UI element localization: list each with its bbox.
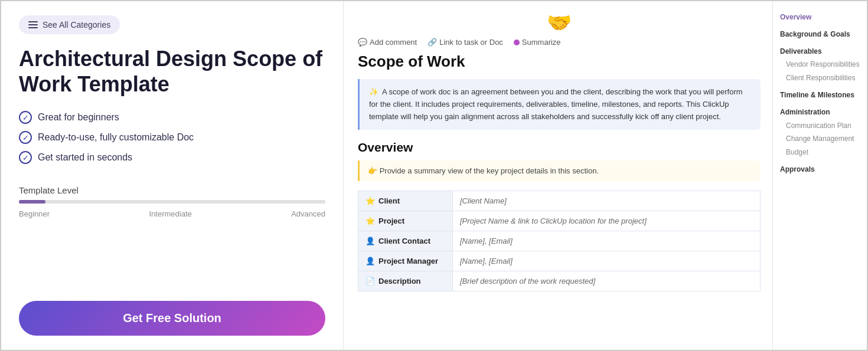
- sparkle-icon: ✨: [369, 87, 378, 96]
- feature-item-3: ✓ Get started in seconds: [19, 151, 325, 164]
- left-panel: See All Categories Architectural Design …: [1, 1, 344, 350]
- table-cell-label-description: 📄Description: [358, 271, 453, 291]
- level-advanced: Advanced: [291, 209, 325, 218]
- hamburger-icon: [28, 21, 38, 28]
- feature-label-1: Great for beginners: [38, 112, 119, 123]
- table-cell-label-project-manager: 👤Project Manager: [358, 251, 453, 271]
- table-cell-value-description: [Brief description of the work requested…: [453, 271, 761, 291]
- link-task-label: Link to task or Doc: [439, 38, 503, 47]
- pointer-icon: 👉: [368, 166, 380, 175]
- overview-table: ⭐Client [Client Name] ⭐Project [Project …: [358, 191, 761, 291]
- table-cell-label-client: ⭐Client: [358, 191, 453, 211]
- features-list: ✓ Great for beginners ✓ Ready-to-use, fu…: [19, 111, 325, 171]
- sidebar-nav-deliverables[interactable]: Deliverables: [780, 45, 860, 58]
- level-intermediate: Intermediate: [149, 209, 191, 218]
- feature-item-2: ✓ Ready-to-use, fully customizable Doc: [19, 131, 325, 144]
- sidebar-nav-background-goals[interactable]: Background & Goals: [780, 28, 860, 41]
- add-comment-btn[interactable]: 💬 Add comment: [358, 38, 417, 47]
- table-cell-label-project: ⭐Project: [358, 211, 453, 231]
- sidebar-nav-budget[interactable]: Budget: [780, 146, 860, 159]
- client-contact-icon: 👤: [366, 237, 375, 245]
- feature-label-3: Get started in seconds: [38, 152, 132, 163]
- see-all-label: See All Categories: [43, 20, 110, 29]
- sidebar-nav-approvals[interactable]: Approvals: [780, 163, 860, 176]
- sidebar-nav-communication-plan[interactable]: Communication Plan: [780, 119, 860, 133]
- level-bar-track: [19, 200, 325, 204]
- table-cell-value-project: [Project Name & link to ClickUp location…: [453, 211, 761, 231]
- right-sidebar: Overview Background & Goals Deliverables…: [772, 1, 867, 350]
- table-row-client: ⭐Client [Client Name]: [358, 191, 761, 211]
- link-icon: 🔗: [428, 38, 437, 47]
- doc-toolbar: 💬 Add comment 🔗 Link to task or Doc Summ…: [358, 38, 761, 47]
- description-icon: 📄: [366, 277, 375, 286]
- client-icon: ⭐: [366, 196, 375, 205]
- page-title: Architectural Design Scope of Work Templ…: [19, 46, 325, 97]
- table-row-description: 📄Description [Brief description of the w…: [358, 271, 761, 291]
- table-row-client-contact: 👤Client Contact [Name], [Email]: [358, 231, 761, 251]
- sidebar-nav-timeline-milestones[interactable]: Timeline & Milestones: [780, 88, 860, 102]
- overview-text: Provide a summary view of the key projec…: [380, 166, 599, 175]
- overview-section-title: Overview: [358, 140, 761, 155]
- info-block: ✨A scope of work doc is an agreement bet…: [358, 79, 761, 130]
- summarize-dot-icon: [514, 40, 520, 45]
- sidebar-nav-client-responsibilities[interactable]: Client Responsibilities: [780, 71, 860, 85]
- level-beginner: Beginner: [19, 209, 50, 218]
- level-bar: [19, 200, 325, 204]
- doc-title: Scope of Work: [358, 53, 761, 71]
- check-icon-1: ✓: [19, 111, 32, 124]
- table-cell-value-project-manager: [Name], [Email]: [453, 251, 761, 271]
- main-content: 🤝 💬 Add comment 🔗 Link to task or Doc Su…: [344, 1, 772, 350]
- add-comment-label: Add comment: [370, 38, 417, 47]
- project-icon: ⭐: [366, 216, 375, 225]
- sidebar-nav-overview[interactable]: Overview: [780, 11, 860, 24]
- info-text: A scope of work doc is an agreement betw…: [369, 87, 743, 121]
- doc-emoji: 🤝: [358, 11, 761, 34]
- table-row-project: ⭐Project [Project Name & link to ClickUp…: [358, 211, 761, 231]
- feature-item-1: ✓ Great for beginners: [19, 111, 325, 124]
- summarize-btn[interactable]: Summarize: [514, 38, 561, 47]
- comment-icon: 💬: [358, 38, 367, 47]
- check-icon-3: ✓: [19, 151, 32, 164]
- overview-block: 👉 Provide a summary view of the key proj…: [358, 160, 761, 181]
- project-manager-icon: 👤: [366, 257, 375, 265]
- see-all-categories-button[interactable]: See All Categories: [19, 15, 120, 34]
- sidebar-nav-vendor-responsibilities[interactable]: Vendor Responsibilities: [780, 58, 860, 71]
- sidebar-nav-change-management[interactable]: Change Management: [780, 132, 860, 146]
- table-cell-label-client-contact: 👤Client Contact: [358, 231, 453, 251]
- template-level-label: Template Level: [19, 185, 325, 195]
- app-frame: See All Categories Architectural Design …: [0, 0, 868, 351]
- summarize-label: Summarize: [522, 38, 561, 47]
- link-task-btn[interactable]: 🔗 Link to task or Doc: [428, 38, 503, 47]
- feature-label-2: Ready-to-use, fully customizable Doc: [38, 132, 194, 143]
- table-row-project-manager: 👤Project Manager [Name], [Email]: [358, 251, 761, 271]
- check-icon-2: ✓: [19, 131, 32, 144]
- level-bar-fill: [19, 200, 45, 204]
- table-cell-value-client-contact: [Name], [Email]: [453, 231, 761, 251]
- table-cell-value-client: [Client Name]: [453, 191, 761, 211]
- level-labels: Beginner Intermediate Advanced: [19, 209, 325, 218]
- sidebar-nav-administration[interactable]: Administration: [780, 106, 860, 119]
- get-free-solution-button[interactable]: Get Free Solution: [19, 301, 325, 336]
